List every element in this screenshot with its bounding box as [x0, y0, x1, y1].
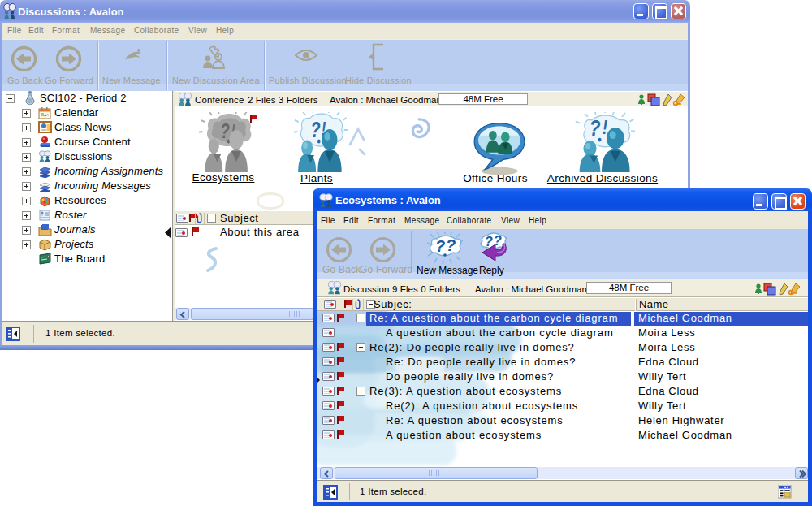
svg-text:?: ?	[220, 119, 230, 143]
svg-text:?: ?	[446, 236, 456, 254]
svg-text:!: !	[603, 118, 607, 139]
svg-text:?: ?	[590, 115, 601, 141]
svg-text:?: ?	[311, 118, 321, 142]
svg-text:?: ?	[435, 237, 445, 255]
